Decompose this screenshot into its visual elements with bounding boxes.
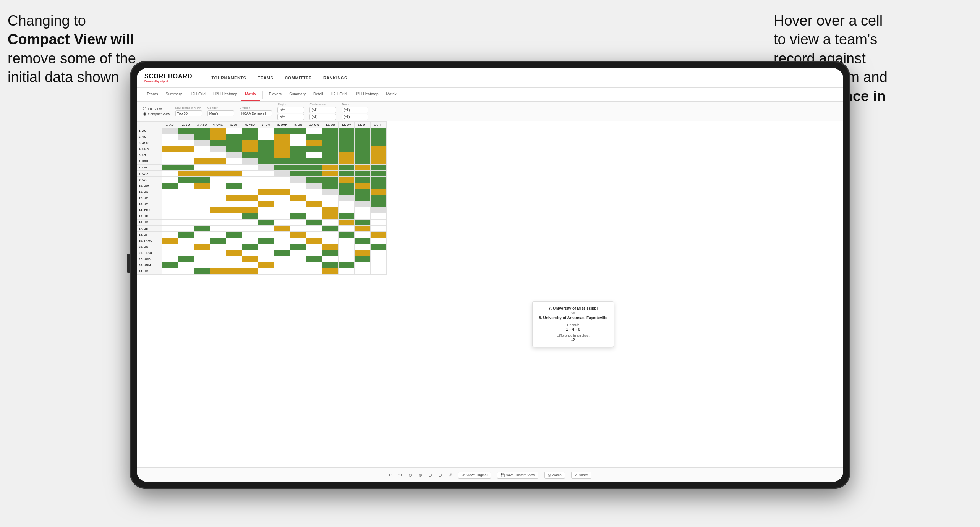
matrix-cell[interactable] — [339, 244, 355, 250]
matrix-cell[interactable] — [258, 165, 274, 171]
matrix-cell[interactable] — [210, 140, 226, 146]
settings-icon[interactable]: ⊙ — [438, 472, 442, 478]
matrix-cell[interactable] — [210, 146, 226, 152]
matrix-cell[interactable] — [226, 165, 242, 171]
matrix-cell[interactable] — [371, 201, 387, 207]
matrix-cell[interactable] — [210, 134, 226, 140]
tab-h2h-grid-1[interactable]: H2H Grid — [186, 88, 209, 101]
matrix-cell[interactable] — [306, 195, 322, 201]
matrix-cell[interactable] — [162, 134, 178, 140]
matrix-cell[interactable] — [290, 171, 306, 177]
matrix-cell[interactable] — [194, 171, 210, 177]
matrix-cell[interactable] — [306, 244, 322, 250]
matrix-cell[interactable] — [178, 177, 194, 183]
matrix-cell[interactable] — [274, 146, 290, 152]
matrix-cell[interactable] — [371, 226, 387, 232]
matrix-cell[interactable] — [258, 201, 274, 207]
matrix-cell[interactable] — [274, 177, 290, 183]
matrix-cell[interactable] — [322, 134, 339, 140]
tab-detail[interactable]: Detail — [309, 88, 327, 101]
matrix-cell[interactable] — [274, 250, 290, 256]
matrix-cell[interactable] — [371, 238, 387, 244]
matrix-cell[interactable] — [355, 232, 371, 238]
matrix-cell[interactable] — [339, 195, 355, 201]
matrix-cell[interactable] — [194, 213, 210, 220]
matrix-cell[interactable] — [290, 256, 306, 262]
matrix-cell[interactable] — [226, 140, 242, 146]
matrix-cell[interactable] — [210, 244, 226, 250]
matrix-cell[interactable] — [258, 146, 274, 152]
matrix-cell[interactable] — [355, 134, 371, 140]
division-select[interactable]: NCAA Division I — [240, 110, 272, 116]
matrix-cell[interactable] — [306, 262, 322, 268]
matrix-cell[interactable] — [371, 158, 387, 165]
matrix-cell[interactable] — [306, 171, 322, 177]
matrix-cell[interactable] — [371, 165, 387, 171]
matrix-cell[interactable] — [371, 232, 387, 238]
matrix-cell[interactable] — [258, 128, 274, 134]
matrix-cell[interactable] — [178, 213, 194, 220]
matrix-cell[interactable] — [306, 250, 322, 256]
save-custom-btn[interactable]: 💾 Save Custom View — [497, 472, 538, 479]
region-select-2[interactable]: N/A — [277, 114, 304, 120]
matrix-cell[interactable] — [194, 177, 210, 183]
matrix-cell[interactable] — [290, 128, 306, 134]
matrix-cell[interactable] — [290, 146, 306, 152]
matrix-cell[interactable] — [178, 201, 194, 207]
matrix-cell[interactable] — [210, 207, 226, 213]
matrix-cell[interactable] — [306, 268, 322, 275]
matrix-cell[interactable] — [306, 152, 322, 158]
matrix-cell[interactable] — [194, 165, 210, 171]
matrix-cell[interactable] — [258, 183, 274, 189]
matrix-cell[interactable] — [162, 183, 178, 189]
matrix-cell[interactable] — [242, 177, 258, 183]
matrix-cell[interactable] — [339, 146, 355, 152]
refresh-icon[interactable]: ↺ — [448, 472, 452, 478]
matrix-cell[interactable] — [290, 158, 306, 165]
matrix-cell[interactable] — [194, 250, 210, 256]
filter-icon[interactable]: ⊘ — [408, 472, 412, 478]
matrix-cell[interactable] — [210, 220, 226, 226]
matrix-cell[interactable] — [355, 128, 371, 134]
matrix-cell[interactable] — [226, 262, 242, 268]
matrix-cell[interactable] — [322, 177, 339, 183]
matrix-cell[interactable] — [258, 220, 274, 226]
matrix-cell[interactable] — [226, 268, 242, 275]
matrix-cell[interactable] — [194, 207, 210, 213]
matrix-cell[interactable] — [371, 262, 387, 268]
matrix-cell[interactable] — [210, 195, 226, 201]
matrix-cell[interactable] — [162, 140, 178, 146]
matrix-cell[interactable] — [242, 213, 258, 220]
matrix-cell[interactable] — [322, 262, 339, 268]
matrix-cell[interactable] — [355, 171, 371, 177]
matrix-cell[interactable] — [322, 165, 339, 171]
matrix-cell[interactable] — [371, 220, 387, 226]
matrix-cell[interactable] — [355, 220, 371, 226]
matrix-cell[interactable] — [274, 262, 290, 268]
matrix-cell[interactable] — [355, 158, 371, 165]
matrix-cell[interactable] — [178, 134, 194, 140]
matrix-cell[interactable] — [306, 134, 322, 140]
matrix-cell[interactable] — [178, 158, 194, 165]
matrix-cell[interactable] — [242, 189, 258, 195]
matrix-cell[interactable] — [371, 250, 387, 256]
matrix-cell[interactable] — [339, 152, 355, 158]
matrix-cell[interactable] — [355, 177, 371, 183]
matrix-cell[interactable] — [355, 201, 371, 207]
matrix-cell[interactable] — [226, 146, 242, 152]
matrix-cell[interactable] — [194, 134, 210, 140]
zoom-out-icon[interactable]: ⊖ — [428, 472, 432, 478]
matrix-cell[interactable] — [274, 134, 290, 140]
matrix-cell[interactable] — [306, 128, 322, 134]
matrix-cell[interactable] — [210, 177, 226, 183]
matrix-cell[interactable] — [178, 250, 194, 256]
matrix-cell[interactable] — [242, 232, 258, 238]
tab-teams[interactable]: Teams — [143, 88, 162, 101]
matrix-cell[interactable] — [339, 177, 355, 183]
matrix-cell[interactable] — [242, 140, 258, 146]
matrix-cell[interactable] — [339, 232, 355, 238]
matrix-cell[interactable] — [371, 140, 387, 146]
matrix-cell[interactable] — [178, 207, 194, 213]
matrix-cell[interactable] — [178, 171, 194, 177]
matrix-cell[interactable] — [242, 262, 258, 268]
